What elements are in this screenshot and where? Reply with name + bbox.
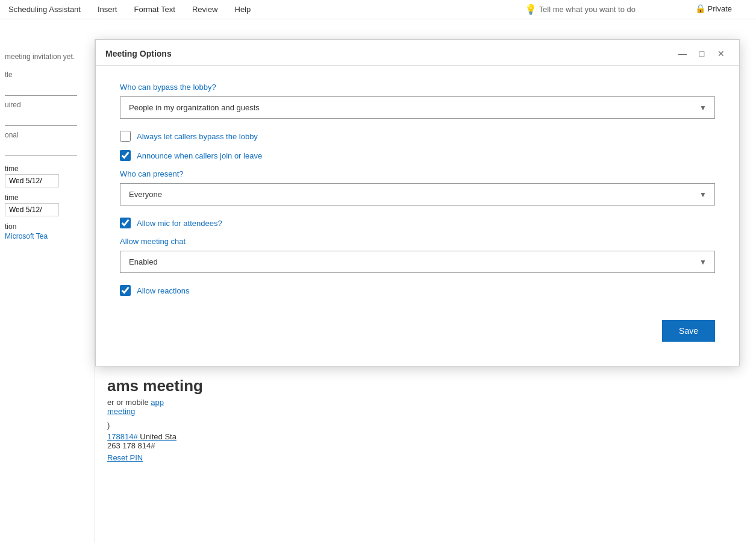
always-bypass-row: Always let callers bypass the lobby — [120, 131, 715, 142]
announce-label[interactable]: Announce when callers join or leave — [137, 151, 262, 160]
required-label: uired — [5, 101, 90, 109]
lobby-section: Who can bypass the lobby? People in my o… — [120, 83, 715, 119]
minimize-button[interactable]: — — [674, 47, 691, 60]
meeting-chat-section: Allow meeting chat Enabled Disabled In-m… — [120, 237, 715, 273]
tab-format-text[interactable]: Format Text — [125, 0, 183, 19]
left-panel: meeting invitation yet. tle uired onal t… — [0, 39, 95, 543]
lobby-dropdown-wrapper: People in my organization and guests Eve… — [120, 96, 715, 119]
tab-insert[interactable]: Insert — [89, 0, 126, 19]
dialog-body: Who can bypass the lobby? People in my o… — [96, 66, 739, 366]
phone-link[interactable]: 178814# United Sta — [107, 432, 744, 441]
lobby-dropdown[interactable]: People in my organization and guests Eve… — [120, 96, 715, 119]
form-fields: tle uired onal time Wed 5/12/ time Wed 5… — [5, 71, 90, 240]
tab-review[interactable]: Review — [184, 0, 226, 19]
save-row: Save — [120, 320, 715, 342]
save-button[interactable]: Save — [662, 320, 715, 342]
allow-reactions-checkbox[interactable] — [120, 285, 131, 296]
ribbon-tabs: Scheduling Assistant Insert Format Text … — [0, 0, 756, 19]
full-phone: 263 178 814# — [107, 441, 744, 450]
dialog-title: Meeting Options — [105, 49, 172, 58]
announce-checkbox[interactable] — [120, 150, 131, 161]
start-time-row: time Wed 5/12/ — [5, 163, 90, 187]
close-button[interactable]: ✕ — [713, 47, 729, 60]
required-field — [5, 111, 77, 126]
chat-dropdown[interactable]: Enabled Disabled In-meeting only — [120, 251, 715, 273]
presenter-section: Who can present? Everyone Specific peopl… — [120, 169, 715, 206]
meeting-link[interactable]: meeting — [107, 407, 744, 416]
teams-meeting-section: ams meeting er or mobile app meeting ) 1… — [107, 377, 744, 462]
or-mobile-text: er or mobile app — [107, 398, 744, 407]
close-paren: ) — [107, 421, 744, 430]
lobby-label: Who can bypass the lobby? — [120, 83, 715, 92]
announce-row: Announce when callers join or leave — [120, 150, 715, 161]
end-time-row: time Wed 5/12/ — [5, 192, 90, 216]
reactions-row: Allow reactions — [120, 285, 715, 296]
meeting-heading: ams meeting — [107, 377, 744, 395]
meeting-options-dialog: Meeting Options — □ ✕ Who can bypass the… — [95, 39, 740, 366]
ribbon-search-area[interactable]: 💡 Tell me what you want to do — [525, 4, 636, 15]
title-field — [5, 81, 77, 96]
app-link[interactable]: app — [151, 398, 164, 407]
allow-reactions-label[interactable]: Allow reactions — [137, 286, 189, 295]
meeting-chat-label: Allow meeting chat — [120, 237, 715, 246]
chat-dropdown-wrapper: Enabled Disabled In-meeting only ▼ — [120, 251, 715, 273]
title-label: tle — [5, 71, 90, 79]
presenter-dropdown[interactable]: Everyone Specific people Only me — [120, 183, 715, 206]
allow-mic-row: Allow mic for attendees? — [120, 218, 715, 228]
meeting-invite-text: meeting invitation yet. — [5, 51, 90, 61]
allow-mic-label[interactable]: Allow mic for attendees? — [137, 219, 222, 228]
optional-field — [5, 142, 77, 156]
optional-label: onal — [5, 131, 90, 139]
allow-mic-checkbox[interactable] — [120, 218, 131, 228]
tab-scheduling-assistant[interactable]: Scheduling Assistant — [0, 0, 89, 19]
start-date: Wed 5/12/ — [5, 174, 59, 187]
always-bypass-checkbox[interactable] — [120, 131, 131, 142]
end-date: Wed 5/12/ — [5, 203, 59, 216]
maximize-button[interactable]: □ — [693, 47, 710, 60]
location-link[interactable]: Microsoft Tea — [5, 232, 90, 240]
reset-pin-link[interactable]: Reset PIN — [107, 453, 744, 462]
private-label: 🔒 Private — [695, 4, 732, 13]
dialog-controls: — □ ✕ — [674, 47, 729, 60]
presenter-label: Who can present? — [120, 169, 715, 178]
dialog-titlebar: Meeting Options — □ ✕ — [96, 40, 739, 66]
tab-help[interactable]: Help — [226, 0, 260, 19]
presenter-dropdown-wrapper: Everyone Specific people Only me ▼ — [120, 183, 715, 206]
location-row: tion Microsoft Tea — [5, 221, 90, 240]
always-bypass-label[interactable]: Always let callers bypass the lobby — [137, 132, 258, 141]
